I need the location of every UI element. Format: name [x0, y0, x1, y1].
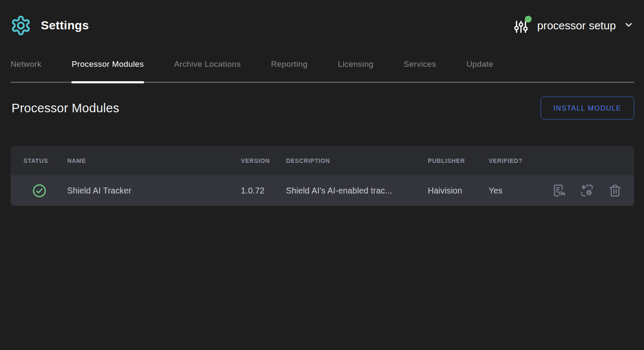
module-description: Shield AI's AI-enabled trac... — [286, 186, 428, 196]
column-header-version: VERSION — [241, 157, 286, 164]
ai-settings-icon[interactable] — [580, 183, 594, 198]
column-header-name: NAME — [67, 157, 241, 164]
settings-gear-icon — [10, 15, 31, 36]
table-header-row: STATUS NAME VERSION DESCRIPTION PUBLISHE… — [11, 146, 634, 175]
app-header: Settings processor setup — [0, 0, 644, 37]
page-header-title: Settings — [41, 19, 89, 32]
page-title: Processor Modules — [11, 101, 119, 115]
table-row: Shield AI Tracker 1.0.72 Shield AI's AI-… — [11, 175, 634, 206]
tab-reporting[interactable]: Reporting — [271, 48, 308, 82]
module-status-cell — [11, 183, 67, 198]
processor-selector-label: processor setup — [537, 19, 616, 32]
column-header-verified: VERIFIED? — [489, 157, 540, 164]
tab-network[interactable]: Network — [11, 48, 41, 82]
trash-icon[interactable] — [608, 183, 622, 198]
processor-selector[interactable]: processor setup — [513, 16, 634, 35]
column-header-description: DESCRIPTION — [286, 157, 428, 164]
column-header-status: STATUS — [11, 157, 67, 164]
processor-modules-table: STATUS NAME VERSION DESCRIPTION PUBLISHE… — [11, 146, 634, 206]
header-left: Settings — [10, 15, 89, 36]
tab-archive-locations[interactable]: Archive Locations — [174, 48, 241, 82]
module-publisher: Haivision — [428, 186, 489, 196]
tab-update[interactable]: Update — [467, 48, 494, 82]
chevron-down-icon — [624, 20, 634, 31]
row-actions — [540, 183, 634, 198]
tab-services[interactable]: Services — [404, 48, 436, 82]
module-version: 1.0.72 — [241, 186, 286, 196]
column-header-publisher: PUBLISHER — [428, 157, 489, 164]
page-head: Processor Modules INSTALL MODULE — [11, 97, 634, 120]
module-verified: Yes — [489, 186, 540, 196]
license-key-icon[interactable] — [552, 183, 566, 198]
install-module-button[interactable]: INSTALL MODULE — [541, 97, 634, 120]
settings-page: Settings processor setup Network — [0, 0, 644, 350]
tab-processor-modules[interactable]: Processor Modules — [72, 48, 143, 82]
online-status-dot — [525, 16, 532, 23]
sliders-icon — [513, 16, 530, 35]
check-circle-icon — [32, 183, 47, 198]
settings-tab-bar: Network Processor Modules Archive Locati… — [11, 48, 634, 83]
module-name: Shield AI Tracker — [67, 186, 241, 196]
tab-licensing[interactable]: Licensing — [338, 48, 374, 82]
